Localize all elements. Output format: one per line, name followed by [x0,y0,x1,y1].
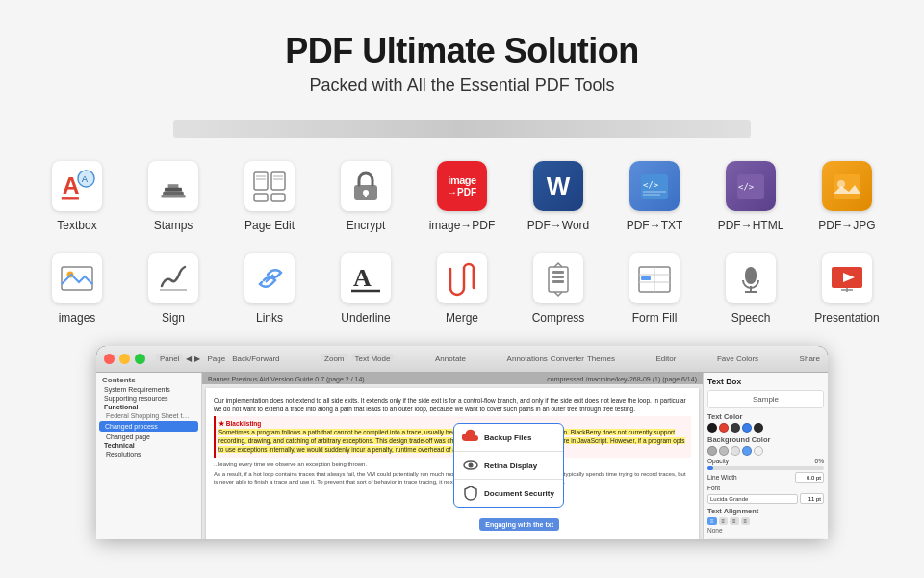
font-value-row: Lucida Grande [707,493,824,504]
bg-color-gray[interactable] [707,446,717,456]
sidebar-supporting[interactable]: Supporting resources [96,394,201,403]
stamps-icon-wrap [146,159,200,213]
imagepdf-icon: image →PDF [437,161,487,211]
tool-images[interactable]: images [29,244,125,328]
toolbar-annotations[interactable]: Annotations [507,355,548,363]
compress-icon [533,253,583,303]
sidebar-shopping[interactable]: Federal Shopping Sheet tools... [96,411,201,420]
toolbar-favecolors[interactable]: Fave Colors [717,355,758,363]
sidebar-resolutions[interactable]: Resolutions [96,450,201,459]
speech-label: Speech [732,311,771,325]
font-size-input[interactable] [800,493,824,504]
feature-retina-label: Retina Display [484,461,537,470]
align-right-btn[interactable]: ≡ [730,517,739,525]
toolbar-next[interactable]: ▶ [194,355,200,363]
bg-color-blue[interactable] [742,446,752,456]
tool-compress[interactable]: Compress [510,244,606,328]
font-selector[interactable]: Lucida Grande [707,494,798,504]
sign-icon [148,253,198,303]
opacity-slider[interactable] [707,466,824,470]
sidebar-title: Contents [96,373,201,385]
engaging-label: Engaging with the txt [479,518,559,531]
toolbar-annotate[interactable]: Annotate [435,355,466,363]
tool-pdftxt[interactable]: </> PDF→TXT [606,151,703,236]
close-button[interactable] [104,354,115,364]
color-blue[interactable] [742,423,752,433]
header-section: PDF Ultimate Solution Packed with All th… [0,0,924,111]
underline-icon-wrap: A [339,251,393,305]
line-width-input[interactable] [795,472,824,483]
svg-rect-8 [254,172,268,190]
bg-color-row [707,446,824,456]
toolbar-prev[interactable]: ◀ [186,355,192,363]
tool-links[interactable]: Links [221,244,318,328]
stamps-icon [148,161,198,211]
presentation-label: Presentation [814,311,879,325]
toc-sidebar: Contents System Requirements Supporting … [96,373,202,539]
text-color-label: Text Color [707,412,824,421]
feature-security-label: Document Security [484,489,554,498]
toolbar-editor[interactable]: Editor [655,355,676,363]
textbox-label: Textbox [57,219,96,232]
color-black[interactable] [707,423,717,433]
tool-speech[interactable]: Speech [703,244,799,328]
main-title: PDF Ultimate Solution [0,31,924,71]
tool-merge[interactable]: Merge [414,244,510,328]
font-row: Font [707,485,824,491]
tool-pdfjpg[interactable]: PDF→JPG [799,151,895,236]
feature-box: Backup Files Retina Display [453,423,564,508]
tool-pdfword[interactable]: W PDF→Word [510,151,606,236]
sidebar-functional[interactable]: Functional [96,403,201,411]
tool-formfill[interactable]: Form Fill [606,244,703,328]
tool-pageedit[interactable]: Page Edit [221,151,318,236]
bg-color-white[interactable] [731,446,740,456]
align-left-btn[interactable]: ≡ [707,517,717,525]
svg-text:A: A [353,264,372,292]
text-color-row [707,423,824,433]
color-dark[interactable] [731,423,740,433]
align-center-btn[interactable]: ≡ [719,517,729,525]
bg-color-off-white[interactable] [754,446,763,456]
tool-stamps[interactable]: Stamps [125,151,221,236]
toolbar-textmode[interactable]: Text Mode [351,354,395,364]
tool-underline[interactable]: A Underline [318,244,414,328]
speech-icon-wrap [724,251,778,305]
tool-textbox[interactable]: A A Textbox [29,151,125,236]
sidebar-changed-process[interactable]: Changed process [99,421,198,432]
tool-presentation[interactable]: Presentation [799,244,895,328]
svg-point-50 [469,463,474,468]
search-bar[interactable]: Search [707,538,824,539]
links-icon [244,253,295,303]
color-darkgray[interactable] [754,423,763,433]
tool-pdfhtml[interactable]: </> PDF→HTML [703,151,799,236]
maximize-button[interactable] [135,354,145,364]
formfill-icon-wrap [628,251,681,305]
minimize-button[interactable] [119,354,130,364]
sign-icon-wrap [146,251,200,305]
sidebar-system-req[interactable]: System Requirements [96,385,201,394]
color-red[interactable] [719,423,729,433]
app-preview: Panel ◀ ▶ Page Back/Forward Zoom Text Mo… [96,346,828,539]
tool-encrypt[interactable]: Encrypt [318,151,414,236]
pdfjpg-label: PDF→JPG [818,219,875,232]
pdfhtml-icon-wrap: </> [724,159,778,213]
toolbar-share[interactable]: Share [800,355,820,363]
svg-rect-9 [271,172,285,190]
tools-section: A A Textbox [0,147,924,332]
bg-color-lightgray[interactable] [719,446,729,456]
toolbar-converter[interactable]: Converter [551,355,584,363]
pdfhtml-icon: </> [726,161,776,211]
toolbar-themes[interactable]: Themes [587,355,615,363]
presentation-icon-wrap [820,251,874,305]
links-label: Links [256,311,283,325]
svg-rect-6 [165,188,182,192]
align-justify-btn[interactable]: ≡ [741,517,751,525]
sidebar-technical[interactable]: Technical [96,441,201,450]
tool-imagepdf[interactable]: image →PDF image→PDF [414,151,510,236]
font-label: Font [707,485,720,491]
sidebar-changed-page[interactable]: Changed page [96,433,201,441]
tool-sign[interactable]: Sign [125,244,221,328]
svg-rect-34 [549,267,568,292]
opacity-row: Opacity 0% [707,458,824,464]
speech-icon [726,253,776,303]
